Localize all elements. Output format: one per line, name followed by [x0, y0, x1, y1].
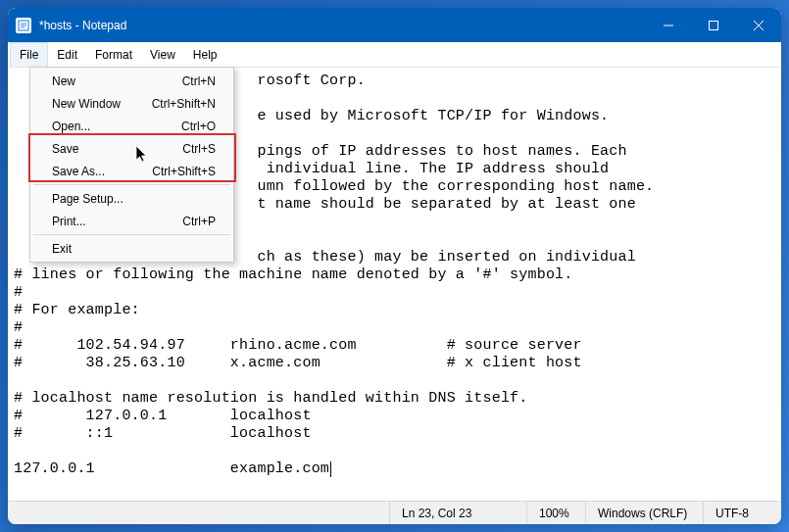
notepad-icon	[16, 18, 31, 33]
menu-item-open[interactable]: Open...Ctrl+O	[32, 115, 231, 137]
status-spacer	[8, 502, 389, 524]
menu-item-shortcut: Ctrl+S	[182, 142, 216, 156]
menu-item-label: New Window	[52, 97, 121, 111]
close-button[interactable]	[736, 8, 781, 42]
menu-item-label: Exit	[52, 242, 72, 256]
minimize-button[interactable]	[646, 8, 691, 42]
menu-item-label: Save	[52, 142, 78, 156]
status-zoom[interactable]: 100%	[526, 502, 585, 524]
menu-file[interactable]: File	[10, 42, 48, 67]
menu-format[interactable]: Format	[86, 42, 141, 67]
menu-item-exit[interactable]: Exit	[32, 237, 231, 260]
file-menu-dropdown: NewCtrl+N New WindowCtrl+Shift+N Open...…	[29, 67, 234, 263]
menu-item-page-setup[interactable]: Page Setup...	[32, 187, 231, 210]
menu-item-save-as[interactable]: Save As...Ctrl+Shift+S	[32, 160, 231, 182]
menu-separator	[33, 184, 230, 185]
menu-edit[interactable]: Edit	[48, 42, 86, 67]
status-bar: Ln 23, Col 23 100% Windows (CRLF) UTF-8	[8, 501, 781, 524]
status-encoding: UTF-8	[703, 502, 781, 524]
menu-item-shortcut: Ctrl+O	[181, 120, 216, 133]
menu-view[interactable]: View	[141, 42, 184, 67]
menu-help[interactable]: Help	[184, 42, 226, 67]
menu-item-shortcut: Ctrl+Shift+N	[152, 97, 216, 111]
menu-item-shortcut: Ctrl+N	[182, 74, 216, 88]
notepad-window: *hosts - Notepad File Edit Format View H…	[8, 8, 781, 524]
window-controls	[646, 8, 781, 42]
menu-item-new-window[interactable]: New WindowCtrl+Shift+N	[32, 92, 231, 115]
svg-rect-5	[710, 21, 718, 29]
status-line-ending: Windows (CRLF)	[585, 502, 703, 524]
menu-item-shortcut: Ctrl+P	[182, 215, 216, 228]
menu-item-label: Save As...	[52, 165, 105, 178]
menu-item-save[interactable]: SaveCtrl+S	[32, 137, 231, 160]
title-bar[interactable]: *hosts - Notepad	[8, 8, 781, 42]
menu-item-shortcut: Ctrl+Shift+S	[152, 165, 216, 178]
menu-item-label: Open...	[52, 120, 90, 133]
maximize-button[interactable]	[691, 8, 736, 42]
menu-separator	[33, 234, 230, 235]
menu-bar[interactable]: File Edit Format View Help	[8, 42, 781, 68]
menu-item-label: Page Setup...	[52, 192, 123, 206]
status-caret-position: Ln 23, Col 23	[389, 502, 526, 524]
window-title: *hosts - Notepad	[39, 19, 126, 32]
menu-item-new[interactable]: NewCtrl+N	[32, 70, 231, 92]
menu-item-label: New	[52, 74, 75, 88]
menu-item-label: Print...	[52, 215, 86, 228]
menu-item-print[interactable]: Print...Ctrl+P	[32, 210, 231, 232]
